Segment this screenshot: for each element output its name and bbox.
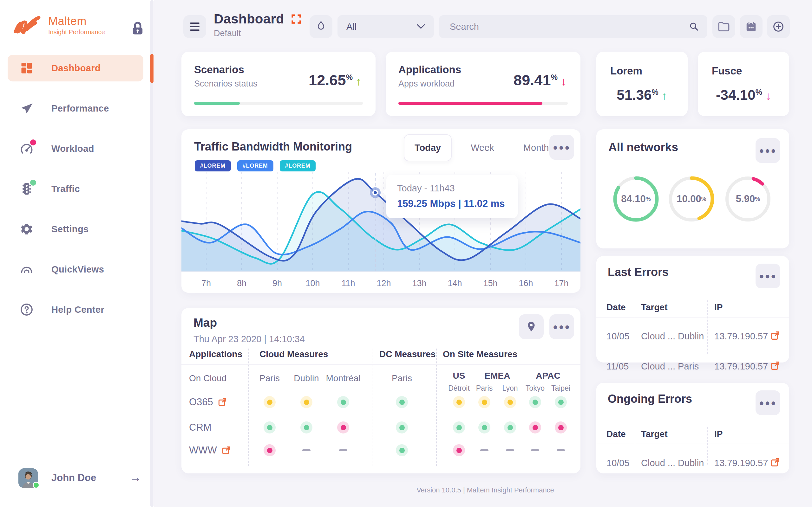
external-link-icon[interactable]	[770, 331, 780, 342]
sidebar-item-settings[interactable]: Settings	[8, 216, 143, 242]
status-dot-err	[264, 444, 275, 456]
traffic-tags: #LOREM#LOREM#LOREM	[195, 160, 316, 171]
ongoing-errors-title: Ongoing Errors	[608, 392, 692, 406]
tooltip-title: Today - 11h43	[397, 183, 505, 193]
user-name: John Doe	[51, 472, 96, 484]
sidebar-item-label: QuickViews	[51, 264, 104, 275]
ring-value-label: 5.90%	[722, 174, 773, 224]
tooltip-value: 159.25 Mbps | 11.02 ms	[397, 198, 505, 210]
brand-logo-icon	[13, 15, 43, 36]
page-title-block: Dashboard Default	[214, 11, 302, 38]
sidebar-item-dashboard[interactable]: Dashboard	[8, 55, 143, 81]
error-target: Cloud ... Paris	[641, 361, 699, 372]
chart-tooltip: Today - 11h43 159.25 Mbps | 11.02 ms	[386, 175, 518, 218]
menu-button[interactable]	[183, 15, 206, 38]
x-tick-label: 12h	[376, 279, 391, 288]
sidebar-item-help-center[interactable]: Help Center	[8, 296, 143, 323]
tab-today[interactable]: Today	[404, 134, 452, 161]
brand: Maltem Insight Performance	[13, 14, 105, 36]
theme-drop-button[interactable]	[310, 15, 333, 38]
status-dash	[557, 449, 565, 451]
external-link-icon[interactable]	[217, 397, 227, 407]
sidebar-nav: DashboardPerformanceWorkloadTrafficSetti…	[8, 55, 143, 337]
networks-more-button[interactable]: ●●●	[756, 138, 780, 163]
droplet-icon	[316, 20, 326, 33]
error-target: Cloud ... Dublin	[641, 458, 704, 468]
gear-icon	[20, 222, 34, 236]
column-header: Target	[641, 302, 668, 313]
folder-button[interactable]	[712, 15, 735, 38]
group-header: DC Measures	[379, 349, 436, 359]
status-dot-ok	[396, 444, 408, 456]
region-city-label: Lyon	[502, 384, 518, 393]
status-dot-ok	[337, 396, 349, 408]
folder-icon	[718, 21, 729, 32]
hashtag-chip[interactable]: #LOREM	[195, 160, 231, 171]
filter-select[interactable]: All	[338, 15, 434, 38]
bandwidth-chart: Today - 11h43 159.25 Mbps | 11.02 ms	[182, 170, 580, 272]
stat-card-applications: Applications Apps workload 89.41%↓	[386, 52, 580, 116]
logout-arrow-icon[interactable]: →	[130, 471, 142, 485]
region-city-label: Tokyo	[525, 384, 545, 393]
error-target: Cloud ... Dublin	[641, 331, 704, 342]
chart-x-axis: 7h8h9h10h11h12h13h14h15h16h17h	[182, 271, 580, 293]
last-errors-title: Last Errors	[608, 266, 669, 279]
last-errors-more-button[interactable]: ●●●	[756, 264, 780, 288]
search-icon[interactable]	[689, 21, 699, 32]
traffic-light-icon	[20, 182, 34, 196]
ongoing-errors-more-button[interactable]: ●●●	[756, 390, 780, 415]
region-city-label: Paris	[476, 384, 493, 393]
sidebar-item-performance[interactable]: Performance	[8, 95, 143, 122]
hashtag-chip[interactable]: #LOREM	[237, 160, 273, 171]
last-errors-card: Last Errors ●●● DateTargetIP10/05Cloud .…	[596, 256, 789, 362]
status-dot-ok	[555, 396, 567, 408]
search-bar	[439, 15, 707, 38]
status-dot-ok	[300, 421, 312, 434]
dashboard-grid-icon	[20, 61, 34, 75]
stat-title: Scenarios	[194, 64, 258, 76]
external-link-icon[interactable]	[770, 360, 780, 372]
status-dot-warn	[264, 396, 275, 408]
sidebar: Maltem Insight Performance DashboardPerf…	[0, 0, 154, 507]
trend-down-icon: ↓	[561, 75, 566, 88]
app-row-label: O365	[189, 396, 227, 408]
expand-icon[interactable]	[291, 13, 302, 25]
progress-fill	[194, 102, 240, 105]
page-subtitle: Default	[214, 29, 302, 38]
traffic-more-button[interactable]: ●●●	[549, 135, 574, 160]
status-dot-err	[529, 421, 541, 434]
region-city-label: Taipei	[551, 384, 570, 393]
group-header: Applications	[189, 349, 242, 359]
cloud-column-label: Dublin	[294, 373, 319, 383]
hamburger-icon	[190, 22, 200, 31]
search-input[interactable]	[450, 21, 689, 32]
sidebar-item-workload[interactable]: Workload	[8, 135, 143, 162]
tab-week[interactable]: Week	[461, 135, 504, 161]
x-tick-label: 9h	[272, 279, 282, 288]
traffic-period-tabs: TodayWeekMonth	[404, 134, 559, 161]
ongoing-errors-table: DateTargetIP10/05Cloud ... Dublin13.79.1…	[596, 424, 789, 473]
lock-icon[interactable]	[130, 20, 146, 38]
error-date: 10/05	[606, 458, 629, 468]
x-tick-label: 15h	[483, 279, 497, 288]
external-link-icon[interactable]	[770, 457, 780, 469]
cloud-column-label: Paris	[259, 373, 280, 383]
sidebar-item-quickviews[interactable]: QuickViews	[8, 256, 143, 283]
page-title: Dashboard	[214, 11, 284, 26]
calendar-button[interactable]	[740, 15, 763, 38]
column-header: IP	[714, 302, 722, 313]
region-label: EMEA	[485, 371, 510, 381]
sidebar-item-traffic[interactable]: Traffic	[8, 176, 143, 202]
region-city-label: Détroit	[448, 384, 470, 393]
status-dot-ok	[478, 421, 490, 434]
hashtag-chip[interactable]: #LOREM	[280, 160, 316, 171]
status-dot-ok	[529, 396, 541, 408]
external-link-icon[interactable]	[221, 446, 231, 455]
ring-value-label: 10.00%	[666, 174, 717, 224]
add-button[interactable]	[767, 15, 790, 38]
status-dash	[531, 449, 539, 451]
column-header: Date	[606, 429, 626, 439]
header-divider	[596, 444, 789, 444]
x-tick-label: 17h	[554, 279, 568, 288]
map-card: Map Thu Apr 23 2020 | 14:10:34 ●●● Appli…	[182, 308, 580, 473]
